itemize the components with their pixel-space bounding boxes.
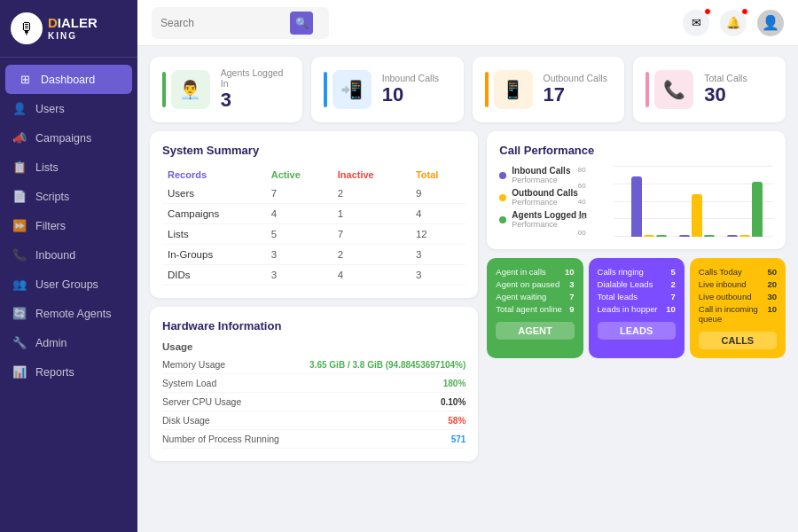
mail-badge bbox=[704, 8, 711, 15]
table-cell-name: Users bbox=[162, 184, 266, 204]
metric-value: 10 bbox=[767, 304, 777, 324]
agent-footer[interactable]: AGENT bbox=[496, 322, 574, 340]
logo-text: DIALER KING bbox=[48, 16, 98, 41]
hardware-section: Usage bbox=[162, 341, 466, 352]
y-label: 20 bbox=[578, 213, 586, 221]
sidebar-item-scripts[interactable]: 📄 Scripts bbox=[0, 182, 137, 211]
col-total: Total bbox=[411, 166, 466, 184]
stat-icon-total: 📞 bbox=[654, 70, 693, 109]
metric-row: Live outbound 30 bbox=[699, 292, 777, 301]
table-cell-inactive: 2 bbox=[332, 245, 411, 265]
sidebar-item-inbound[interactable]: 📞 Inbound bbox=[0, 240, 137, 270]
metric-label: Call in incoming queue bbox=[699, 304, 768, 324]
sidebar-item-usergroups[interactable]: 👥 User Groups bbox=[0, 270, 137, 299]
table-cell-inactive: 7 bbox=[332, 224, 411, 245]
table-row: Users729 bbox=[162, 184, 466, 204]
stats-row: 👨‍💼 Agents Logged In 3 📲 Inbound Calls 1… bbox=[150, 57, 786, 122]
stat-value: 17 bbox=[544, 83, 607, 106]
sidebar-item-label: Admin bbox=[35, 337, 66, 349]
hardware-row: System Load180% bbox=[162, 374, 466, 393]
metric-value: 3 bbox=[569, 279, 574, 289]
system-summary-card: System Summary Records Active Inactive T… bbox=[150, 131, 478, 298]
right-column: Call Performance Inbound Calls Performan… bbox=[487, 131, 786, 521]
hardware-title: Hardware Information bbox=[162, 319, 466, 332]
calls-footer[interactable]: CALLS bbox=[699, 332, 777, 349]
sidebar-item-label: User Groups bbox=[35, 278, 98, 291]
sidebar-item-users[interactable]: 👤 Users bbox=[0, 94, 137, 123]
legend-info: Outbound Calls Performance bbox=[512, 188, 577, 207]
stat-value: 30 bbox=[704, 83, 747, 106]
sidebar-item-filters[interactable]: ⏩ Filters bbox=[0, 211, 137, 240]
sidebar-item-lists[interactable]: 📋 Lists bbox=[0, 153, 137, 182]
hw-label: Number of Process Running bbox=[162, 434, 279, 444]
stat-value: 10 bbox=[382, 83, 439, 106]
bar-green-1 bbox=[656, 235, 667, 237]
sidebar-item-label: Inbound bbox=[35, 249, 75, 262]
bottom-row: System Summary Records Active Inactive T… bbox=[150, 131, 786, 521]
sidebar-item-dashboard[interactable]: ⊞ Dashboard bbox=[5, 65, 132, 94]
table-cell-active: 5 bbox=[266, 224, 332, 245]
call-performance-card: Call Performance Inbound Calls Performan… bbox=[487, 131, 786, 249]
table-cell-name: In-Groups bbox=[162, 245, 266, 265]
sidebar-item-reports[interactable]: 📊 Reports bbox=[0, 357, 137, 387]
metric-value: 9 bbox=[569, 304, 574, 314]
search-button[interactable]: 🔍 bbox=[290, 12, 313, 35]
sidebar-nav: ⊞ Dashboard 👤 Users 📣 Campaigns 📋 Lists … bbox=[0, 58, 137, 532]
sidebar-item-label: Reports bbox=[35, 366, 74, 379]
metric-value: 7 bbox=[569, 292, 574, 301]
metric-row: Live inbound 20 bbox=[699, 279, 777, 289]
table-row: Lists5712 bbox=[162, 224, 466, 245]
agent-metric-card: Agent in calls 10 Agent on paused 3 Agen… bbox=[487, 258, 583, 358]
bell-icon: 🔔 bbox=[726, 16, 740, 29]
sidebar-item-label: Campaigns bbox=[35, 132, 91, 145]
filters-icon: ⏩ bbox=[12, 219, 27, 232]
mail-icon-button[interactable]: ✉ bbox=[683, 10, 709, 36]
hw-label: Memory Usage bbox=[162, 359, 225, 370]
table-cell-total: 3 bbox=[411, 245, 466, 265]
stat-icon-agents: 👨‍💼 bbox=[171, 70, 210, 109]
stat-info: Inbound Calls 10 bbox=[382, 73, 439, 106]
metric-value: 20 bbox=[767, 279, 777, 289]
users-icon: 👤 bbox=[12, 102, 27, 115]
topbar-icons: ✉ 🔔 👤 bbox=[683, 10, 784, 36]
metric-row: Leads in hopper 10 bbox=[598, 304, 676, 314]
table-cell-active: 3 bbox=[266, 245, 332, 265]
hardware-row: Disk Usage58% bbox=[162, 411, 466, 430]
leads-footer[interactable]: LEADS bbox=[598, 322, 676, 340]
table-cell-active: 3 bbox=[266, 265, 332, 286]
stat-info: Outbound Calls 17 bbox=[544, 73, 607, 106]
col-records: Records bbox=[162, 166, 266, 184]
hw-value: 58% bbox=[448, 416, 466, 426]
chart-container: 80 60 40 20 00 bbox=[596, 166, 773, 237]
usergroups-icon: 👥 bbox=[12, 278, 27, 291]
sidebar-item-label: Dashboard bbox=[41, 74, 95, 86]
legend-info: Agents Logged In Performance bbox=[512, 210, 586, 229]
sidebar-item-admin[interactable]: 🔧 Admin bbox=[0, 328, 137, 357]
col-inactive: Inactive bbox=[332, 166, 411, 184]
left-column: System Summary Records Active Inactive T… bbox=[150, 131, 478, 521]
sidebar-item-campaigns[interactable]: 📣 Campaigns bbox=[0, 123, 137, 153]
metric-value: 30 bbox=[767, 292, 777, 301]
legend-outbound: Outbound Calls Performance bbox=[499, 188, 586, 207]
bar-yellow-1 bbox=[644, 235, 654, 237]
y-label: 40 bbox=[578, 198, 586, 206]
stat-bar-green bbox=[162, 72, 166, 107]
table-row: Campaigns414 bbox=[162, 204, 466, 224]
sidebar-item-remoteagents[interactable]: 🔄 Remote Agents bbox=[0, 299, 137, 328]
reports-icon: 📊 bbox=[12, 365, 27, 379]
stat-bar-pink bbox=[645, 72, 649, 107]
metric-value: 10 bbox=[565, 267, 575, 277]
user-avatar[interactable]: 👤 bbox=[757, 10, 784, 36]
metric-label: Live inbound bbox=[699, 279, 747, 289]
hw-value: 0.10% bbox=[441, 397, 466, 407]
remoteagents-icon: 🔄 bbox=[12, 307, 27, 320]
metric-row: Agent on paused 3 bbox=[496, 279, 574, 289]
legend-agents: Agents Logged In Performance bbox=[499, 210, 586, 229]
table-cell-inactive: 1 bbox=[332, 204, 411, 224]
bell-icon-button[interactable]: 🔔 bbox=[720, 10, 747, 36]
admin-icon: 🔧 bbox=[12, 336, 27, 349]
chart-group-1 bbox=[631, 176, 667, 237]
hardware-row: Server CPU Usage0.10% bbox=[162, 393, 466, 411]
calls-metric-card: Calls Today 50 Live inbound 20 Live outb… bbox=[690, 258, 786, 358]
search-input[interactable] bbox=[160, 17, 285, 29]
